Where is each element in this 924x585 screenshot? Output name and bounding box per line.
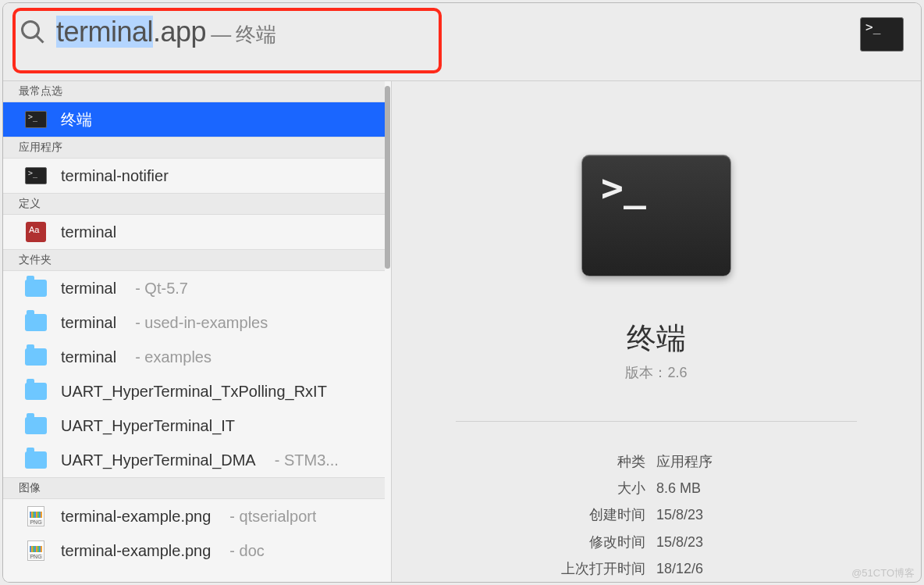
preview-pane: >_ 终端 版本：2.6 种类应用程序 大小8.6 MB 创建时间15/8/23…	[392, 81, 921, 582]
results-pane: 最常点选 终端 应用程序 terminal-notifier 定义 termin…	[3, 81, 392, 582]
result-top-hit[interactable]: 终端	[3, 102, 385, 137]
terminal-icon	[25, 167, 47, 184]
preview-title: 终端	[627, 319, 686, 358]
search-icon	[19, 18, 47, 46]
result-folder[interactable]: UART_HyperTerminal_TxPolling_RxIT	[3, 374, 385, 408]
section-folders: 文件夹	[3, 249, 385, 271]
preview-meta: 种类应用程序 大小8.6 MB 创建时间15/8/23 修改时间15/8/23 …	[456, 448, 856, 582]
png-icon	[27, 540, 44, 561]
result-image[interactable]: terminal-example.png - doc	[3, 533, 385, 568]
folder-icon	[25, 383, 47, 400]
svg-line-1	[37, 36, 44, 43]
result-folder[interactable]: UART_HyperTerminal_IT	[3, 408, 385, 443]
divider	[456, 421, 856, 422]
dictionary-icon	[26, 222, 46, 242]
folder-icon	[25, 280, 47, 297]
result-definition[interactable]: terminal	[3, 215, 385, 249]
result-folder[interactable]: terminal - Qt-5.7	[3, 271, 385, 305]
search-selected-text: terminal	[56, 16, 153, 48]
meta-row: 种类应用程序	[456, 448, 856, 475]
meta-row: 修改时间15/8/23	[456, 529, 856, 555]
folder-icon	[25, 314, 47, 331]
meta-row: 大小8.6 MB	[456, 475, 856, 501]
body: 最常点选 终端 应用程序 terminal-notifier 定义 termin…	[3, 81, 921, 582]
search-text[interactable]: terminal.app — 终端	[56, 16, 275, 48]
result-folder[interactable]: terminal - used-in-examples	[3, 305, 385, 340]
meta-row: 上次打开时间18/12/6	[456, 555, 856, 582]
png-icon	[27, 506, 44, 526]
folder-icon	[25, 451, 47, 469]
meta-row: 创建时间15/8/23	[456, 501, 856, 528]
preview-app-icon: >_	[581, 155, 731, 276]
terminal-icon: >_	[865, 21, 880, 34]
search-suffix: — 终端	[211, 21, 275, 48]
svg-point-0	[23, 22, 39, 38]
top-hit-app-icon: >_	[860, 17, 904, 52]
terminal-icon: >_	[601, 171, 646, 205]
section-apps: 应用程序	[3, 137, 385, 159]
spotlight-window: terminal.app — 终端 >_ 最常点选 终端 应用程序 termin…	[3, 3, 921, 582]
search-autocomplete-text: .app	[153, 16, 206, 48]
section-definitions: 定义	[3, 193, 385, 215]
preview-version: 版本：2.6	[625, 363, 687, 382]
search-input-wrap[interactable]: terminal.app — 终端	[19, 16, 905, 48]
watermark: @51CTO博客	[851, 566, 915, 580]
search-bar: terminal.app — 终端 >_	[3, 3, 921, 81]
scrollbar[interactable]	[385, 86, 390, 269]
result-app[interactable]: terminal-notifier	[3, 159, 385, 193]
section-images: 图像	[3, 477, 385, 499]
result-image[interactable]: terminal-example.png - qtserialport	[3, 499, 385, 533]
folder-icon	[25, 348, 47, 366]
result-folder[interactable]: UART_HyperTerminal_DMA - STM3...	[3, 443, 385, 477]
section-top-hit: 最常点选	[3, 81, 385, 102]
folder-icon	[25, 417, 47, 434]
result-folder[interactable]: terminal - examples	[3, 340, 385, 374]
terminal-icon	[25, 111, 47, 128]
